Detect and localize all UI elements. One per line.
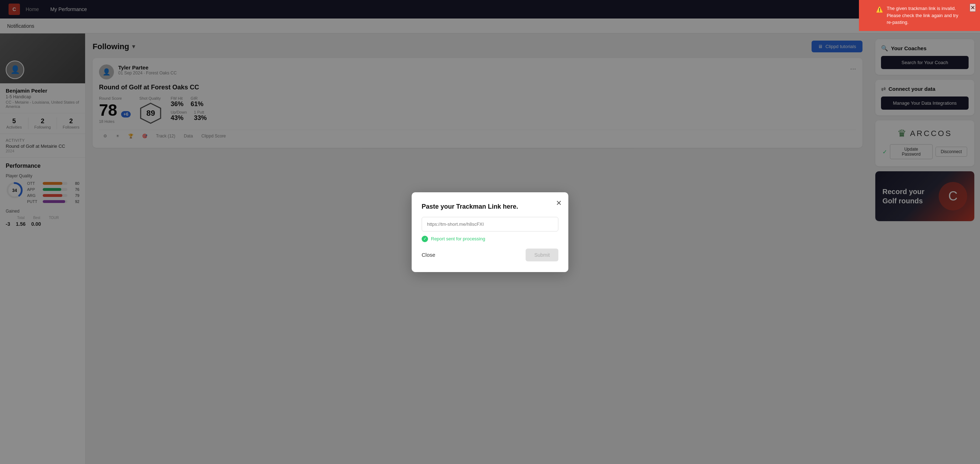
modal-title: Paste your Trackman Link here. bbox=[422, 203, 558, 210]
toast-message: The given trackman link is invalid. Plea… bbox=[887, 5, 964, 26]
modal-success-message: ✓ Report sent for processing bbox=[422, 236, 558, 242]
toast-warning-icon: ⚠️ bbox=[876, 5, 883, 14]
toast-close-button[interactable]: ✕ bbox=[970, 3, 976, 12]
modal-submit-button[interactable]: Submit bbox=[526, 249, 558, 261]
error-toast: ⚠️ The given trackman link is invalid. P… bbox=[859, 0, 980, 31]
modal-footer: Close Submit bbox=[422, 249, 558, 261]
success-text: Report sent for processing bbox=[431, 236, 485, 242]
modal-close-button[interactable]: Close bbox=[422, 249, 435, 261]
modal-close-x-button[interactable]: ✕ bbox=[556, 199, 562, 207]
trackman-modal: Paste your Trackman Link here. ✕ ✓ Repor… bbox=[412, 192, 568, 272]
modal-overlay[interactable]: Paste your Trackman Link here. ✕ ✓ Repor… bbox=[0, 0, 980, 464]
success-checkmark-icon: ✓ bbox=[422, 236, 428, 242]
trackman-link-input[interactable] bbox=[422, 217, 558, 232]
